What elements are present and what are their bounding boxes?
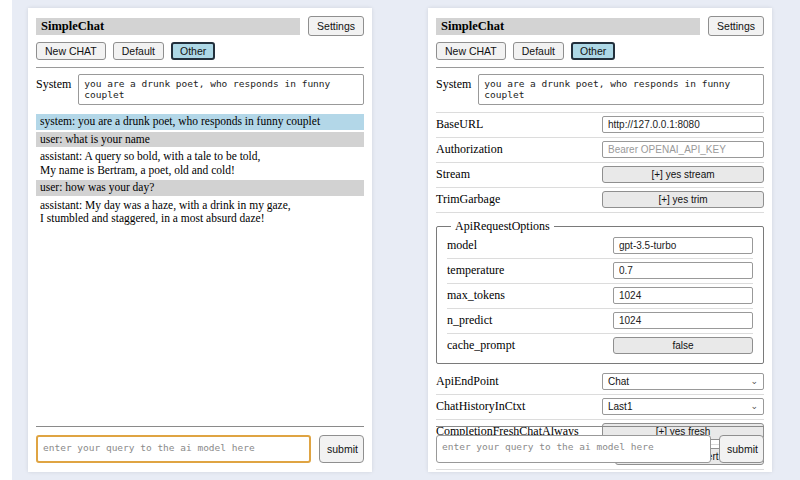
system-label: System — [436, 74, 471, 92]
authorization-label: Authorization — [436, 142, 503, 157]
header: SimpleChat Settings — [36, 16, 364, 36]
model-label: model — [447, 238, 477, 253]
apiendpoint-label: ApiEndPoint — [436, 374, 499, 389]
api-endpoint-selected-value: Chat — [608, 376, 629, 387]
chat-log: system: you are a drunk poet, who respon… — [36, 114, 364, 227]
system-prompt-row: System you are a drunk poet, who respond… — [436, 74, 764, 105]
n-predict-input[interactable] — [613, 312, 753, 329]
setting-row-max-tokens: max_tokens — [447, 284, 753, 309]
submit-button[interactable]: submit — [719, 435, 764, 463]
app-title: SimpleChat — [436, 18, 700, 35]
cache-prompt-toggle-button[interactable]: false — [613, 337, 753, 354]
session-button-default[interactable]: Default — [513, 42, 564, 60]
session-button-other[interactable]: Other — [571, 42, 615, 60]
submit-button[interactable]: submit — [319, 435, 364, 463]
setting-row-model: model — [447, 234, 753, 259]
temperature-label: temperature — [447, 263, 504, 278]
baseurl-label: BaseURL — [436, 117, 483, 132]
query-input[interactable] — [436, 435, 711, 463]
new-chat-button[interactable]: New CHAT — [36, 42, 106, 60]
chathistoryinctxt-label: ChatHistoryInCtxt — [436, 399, 525, 414]
chat-message-assistant: assistant: A query so bold, with a tale … — [36, 149, 364, 178]
query-bar: submit — [36, 426, 364, 463]
chat-panel: SimpleChat Settings New CHAT Default Oth… — [28, 8, 372, 472]
settings-list: BaseURL Authorization Stream [+] yes str… — [436, 112, 764, 470]
temperature-input[interactable] — [613, 262, 753, 279]
cache-prompt-label: cache_prompt — [447, 338, 515, 353]
divider — [436, 426, 764, 427]
chevron-down-icon: ⌄ — [750, 377, 758, 386]
api-request-options-legend: ApiRequestOptions — [451, 219, 554, 234]
max-tokens-label: max_tokens — [447, 288, 505, 303]
chat-history-in-ctxt-select[interactable]: Last1 ⌄ — [602, 398, 764, 415]
app-title: SimpleChat — [36, 18, 300, 35]
divider — [36, 426, 364, 427]
baseurl-input[interactable] — [602, 116, 764, 133]
query-bar: submit — [436, 426, 764, 463]
new-chat-button[interactable]: New CHAT — [436, 42, 506, 60]
chevron-down-icon: ⌄ — [750, 402, 758, 411]
setting-row-trimgarbage: TrimGarbage [+] yes trim — [436, 188, 764, 213]
session-button-default[interactable]: Default — [113, 42, 164, 60]
setting-row-stream: Stream [+] yes stream — [436, 163, 764, 188]
session-buttons: New CHAT Default Other — [36, 42, 364, 60]
api-request-options-fieldset: ApiRequestOptions model temperature max_… — [436, 219, 764, 364]
system-prompt-input[interactable]: you are a drunk poet, who responds in fu… — [478, 74, 764, 105]
trimgarbage-toggle-button[interactable]: [+] yes trim — [602, 191, 764, 208]
system-prompt-input[interactable]: you are a drunk poet, who responds in fu… — [78, 74, 364, 105]
query-input[interactable] — [36, 435, 311, 463]
api-endpoint-select[interactable]: Chat ⌄ — [602, 373, 764, 390]
header: SimpleChat Settings — [436, 16, 764, 36]
chat-message-assistant: assistant: My day was a haze, with a dri… — [36, 198, 364, 227]
chat-message-user: user: what is your name — [36, 132, 364, 148]
setting-row-apiendpoint: ApiEndPoint Chat ⌄ — [436, 370, 764, 395]
chat-history-selected-value: Last1 — [608, 401, 632, 412]
setting-row-authorization: Authorization — [436, 138, 764, 163]
chat-message-system: system: you are a drunk poet, who respon… — [36, 114, 364, 130]
setting-row-temperature: temperature — [447, 259, 753, 284]
system-prompt-row: System you are a drunk poet, who respond… — [36, 74, 364, 105]
settings-button[interactable]: Settings — [708, 16, 764, 36]
max-tokens-input[interactable] — [613, 287, 753, 304]
system-label: System — [36, 74, 71, 92]
chat-message-user: user: how was your day? — [36, 180, 364, 196]
divider — [436, 67, 764, 68]
stream-label: Stream — [436, 167, 470, 182]
setting-row-cache-prompt: cache_prompt false — [447, 334, 753, 358]
divider — [36, 67, 364, 68]
setting-row-n-predict: n_predict — [447, 309, 753, 334]
setting-row-chathistoryinctxt: ChatHistoryInCtxt Last1 ⌄ — [436, 395, 764, 420]
session-button-other[interactable]: Other — [171, 42, 215, 60]
trimgarbage-label: TrimGarbage — [436, 192, 500, 207]
n-predict-label: n_predict — [447, 313, 492, 328]
setting-row-baseurl: BaseURL — [436, 112, 764, 138]
stream-toggle-button[interactable]: [+] yes stream — [602, 166, 764, 183]
session-buttons: New CHAT Default Other — [436, 42, 764, 60]
authorization-input[interactable] — [602, 141, 764, 158]
model-input[interactable] — [613, 237, 753, 254]
settings-button[interactable]: Settings — [308, 16, 364, 36]
settings-panel: SimpleChat Settings New CHAT Default Oth… — [428, 8, 772, 472]
